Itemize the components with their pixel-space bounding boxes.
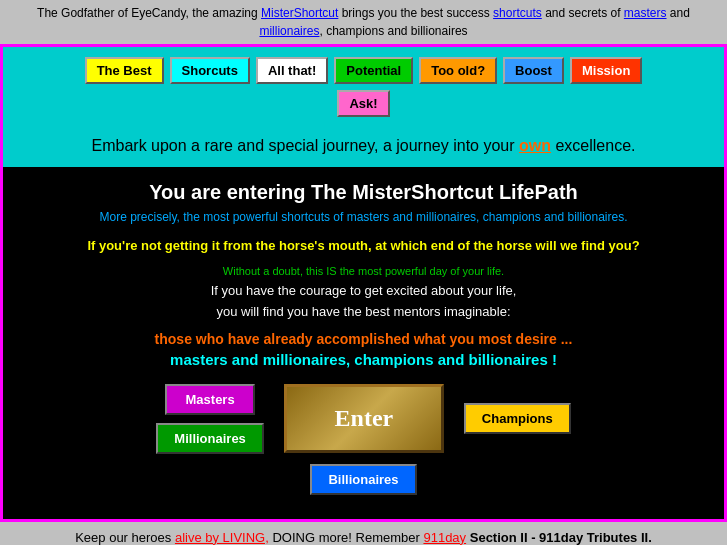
- topbar-link-masters[interactable]: masters: [624, 6, 667, 20]
- footer-link-911day[interactable]: 911day: [423, 530, 466, 545]
- topbar-text-start: The Godfather of EyeCandy, the amazing: [37, 6, 261, 20]
- tagline-text1: Embark upon a rare and special journey, …: [92, 137, 520, 154]
- content-powerful-day: Without a doubt, this IS the most powerf…: [23, 265, 704, 277]
- tagline-own-link[interactable]: own: [519, 137, 551, 154]
- champions-button[interactable]: Champions: [464, 403, 571, 434]
- topbar-link-shortcuts[interactable]: shortcuts: [493, 6, 542, 20]
- footer-text2: DOING more! Remember: [269, 530, 424, 545]
- topbar-link-mistershortcut[interactable]: MisterShortcut: [261, 6, 338, 20]
- content-horse: If you're not getting it from the horse'…: [23, 238, 704, 253]
- nav-btn-all-that-[interactable]: All that!: [256, 57, 328, 84]
- side-btns-right: Champions: [464, 403, 571, 434]
- topbar-text-mid3: and: [667, 6, 690, 20]
- content-heading: You are entering The MisterShortcut Life…: [23, 181, 704, 204]
- nav-btn-boost[interactable]: Boost: [503, 57, 564, 84]
- billionaires-button[interactable]: Billionaires: [310, 464, 416, 495]
- enter-button[interactable]: Enter: [284, 384, 444, 453]
- footer-text1: Keep our heroes: [75, 530, 175, 545]
- side-btns-left: Masters Millionaires: [156, 384, 264, 454]
- millionaires-button[interactable]: Millionaires: [156, 423, 264, 454]
- content-masters: masters and millionaires, champions and …: [23, 351, 704, 368]
- nav-btn-mission[interactable]: Mission: [570, 57, 642, 84]
- content-accomplished: those who have already accomplished what…: [23, 331, 704, 347]
- topbar-text-mid1: brings you the best success: [338, 6, 493, 20]
- enter-btn-wrap: Enter: [284, 384, 444, 453]
- header-nav: The BestShorcutsAll that!PotentialToo ol…: [3, 47, 724, 129]
- content-box: You are entering The MisterShortcut Life…: [3, 167, 724, 519]
- footer-link-living[interactable]: alive by LIVING,: [175, 530, 269, 545]
- masters-button[interactable]: Masters: [165, 384, 255, 415]
- nav-btn-ask[interactable]: Ask!: [337, 90, 389, 117]
- top-bar: The Godfather of EyeCandy, the amazing M…: [0, 0, 727, 44]
- content-subtitle: More precisely, the most powerful shortc…: [23, 210, 704, 224]
- nav-btn-potential[interactable]: Potential: [334, 57, 413, 84]
- content-courage: If you have the courage to get excited a…: [23, 281, 704, 323]
- nav-btn-too-old-[interactable]: Too old?: [419, 57, 497, 84]
- billionaires-row: Billionaires: [23, 464, 704, 495]
- content-courage2: you will find you have the best mentors …: [216, 304, 510, 319]
- tagline-text2: excellence.: [551, 137, 636, 154]
- nav-row-1: The BestShorcutsAll that!PotentialToo ol…: [11, 57, 716, 84]
- main-wrapper: The BestShorcutsAll that!PotentialToo ol…: [0, 44, 727, 522]
- topbar-link-millionaires[interactable]: millionaires: [259, 24, 319, 38]
- footer-bar: Keep our heroes alive by LIVING, DOING m…: [0, 522, 727, 545]
- nav-row-2: Ask!: [11, 90, 716, 117]
- nav-btn-the-best[interactable]: The Best: [85, 57, 164, 84]
- nav-btn-shorcuts[interactable]: Shorcuts: [170, 57, 250, 84]
- content-courage1: If you have the courage to get excited a…: [211, 283, 517, 298]
- topbar-text-mid2: and secrets of: [542, 6, 624, 20]
- topbar-text-end: , champions and billionaires: [319, 24, 467, 38]
- tagline: Embark upon a rare and special journey, …: [3, 129, 724, 167]
- footer-section: Section II - 911day Tributes II.: [470, 530, 652, 545]
- enter-section: Masters Millionaires Enter Champions: [23, 384, 704, 454]
